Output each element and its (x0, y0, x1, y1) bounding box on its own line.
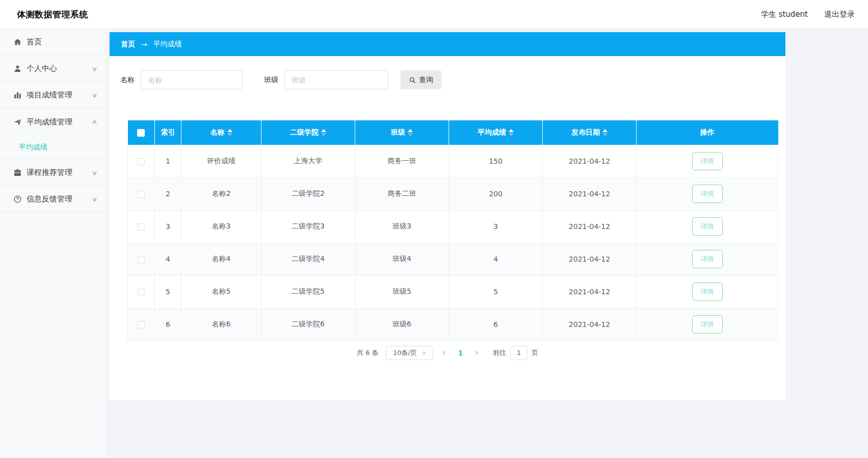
chevron-down-icon: ∨ (91, 196, 97, 203)
prev-page-button[interactable]: ‹ (440, 348, 448, 357)
detail-button[interactable]: 详情 (692, 250, 723, 268)
table-row: 6 名称6 二级学院6 班级6 6 2021-04-12 详情 (128, 308, 778, 341)
column-header-class[interactable]: 班级 (355, 120, 449, 145)
breadcrumb: 首页 → 平均成绩 (110, 32, 785, 56)
send-icon (13, 117, 22, 126)
sort-carets-icon[interactable] (602, 129, 608, 136)
class-filter-label: 班级 (264, 75, 278, 85)
sidebar-item-personal-center[interactable]: 个人中心 ∨ (0, 56, 106, 82)
total-count-label: 共 6 条 (357, 348, 379, 358)
class-filter-input[interactable] (284, 70, 388, 89)
detail-button[interactable]: 详情 (692, 152, 723, 170)
data-table: 索引 名称 二级学院 班级 平均成绩 发布日期 操作 1 评价成绩 上海大学 商… (127, 120, 778, 341)
select-all-checkbox[interactable] (137, 129, 145, 137)
cell-score: 200 (449, 177, 543, 210)
row-checkbox[interactable] (138, 191, 145, 198)
chevron-down-icon: ∨ (421, 350, 427, 355)
sort-carets-icon[interactable] (509, 129, 514, 136)
search-button-label: 查询 (419, 75, 433, 85)
page-size-select[interactable]: 10条/页 ∨ (386, 346, 433, 360)
row-checkbox[interactable] (138, 256, 145, 263)
current-page-number[interactable]: 1 (455, 349, 466, 357)
cell-date: 2021-04-12 (543, 177, 637, 210)
row-checkbox[interactable] (138, 289, 145, 296)
cell-score: 5 (449, 275, 543, 308)
row-checkbox-cell (128, 210, 155, 243)
chevron-up-icon: ∧ (91, 118, 97, 125)
sidebar-item-label: 个人中心 (27, 64, 92, 73)
cell-class: 商务一班 (355, 145, 449, 177)
sidebar-item-average-score-group[interactable]: 平均成绩管理 ∧ (0, 109, 106, 135)
question-circle-icon (13, 195, 22, 204)
chevron-down-icon: ∨ (91, 92, 97, 99)
cell-name: 名称6 (181, 308, 261, 341)
detail-button[interactable]: 详情 (692, 217, 723, 236)
table-row: 5 名称5 二级学院5 班级5 5 2021-04-12 详情 (128, 275, 778, 308)
page-size-value: 10条/页 (393, 348, 417, 358)
column-header-name[interactable]: 名称 (181, 120, 261, 145)
column-header-college[interactable]: 二级学院 (261, 120, 355, 145)
sort-carets-icon[interactable] (227, 129, 232, 136)
breadcrumb-home[interactable]: 首页 (121, 40, 135, 49)
sidebar-subitem-average-score[interactable]: 平均成绩 (0, 135, 106, 160)
column-header-date[interactable]: 发布日期 (543, 120, 637, 145)
current-user-label: 学生 student (761, 10, 808, 19)
cell-college: 二级学院4 (261, 243, 355, 275)
column-header-score[interactable]: 平均成绩 (449, 120, 543, 145)
name-filter-input[interactable] (141, 70, 243, 89)
cell-date: 2021-04-12 (543, 210, 637, 243)
pagination: 共 6 条 10条/页 ∨ ‹ 1 › 前往 页 (110, 346, 785, 360)
row-checkbox-cell (128, 275, 155, 308)
goto-page-input[interactable] (510, 346, 528, 360)
goto-label: 前往 (493, 348, 506, 358)
sidebar-subitem-label: 平均成绩 (19, 143, 47, 152)
table-row: 2 名称2 二级学院2 商务二班 200 2021-04-12 详情 (128, 177, 778, 210)
sidebar-item-home[interactable]: 首页 (0, 29, 106, 56)
cell-score: 3 (449, 210, 543, 243)
sidebar-item-course-recommend[interactable]: 课程推荐管理 ∨ (0, 160, 106, 186)
cell-college: 二级学院2 (261, 177, 355, 210)
sidebar-item-feedback[interactable]: 信息反馈管理 ∨ (0, 186, 106, 213)
breadcrumb-current: 平均成绩 (153, 40, 182, 49)
cell-score: 6 (449, 308, 543, 341)
search-button[interactable]: 查询 (401, 70, 441, 89)
briefcase-icon (13, 168, 22, 177)
filter-bar: 名称 班级 查询 (110, 56, 785, 89)
cell-date: 2021-04-12 (543, 275, 637, 308)
sidebar-item-label: 项目成绩管理 (27, 90, 92, 100)
cell-college: 二级学院5 (261, 275, 355, 308)
breadcrumb-arrow-icon: → (141, 40, 147, 48)
row-checkbox[interactable] (138, 158, 145, 165)
sidebar: 首页 个人中心 ∨ 项目成绩管理 ∨ 平均成绩管理 ∧ 平均成绩 课程推荐管理 … (0, 29, 107, 458)
row-checkbox-cell (128, 145, 155, 177)
sort-carets-icon[interactable] (408, 129, 413, 136)
row-checkbox-cell (128, 243, 155, 275)
logout-link[interactable]: 退出登录 (824, 10, 855, 19)
content-panel: 首页 → 平均成绩 名称 班级 查询 (110, 32, 785, 400)
column-header-index[interactable]: 索引 (155, 120, 181, 145)
cell-name: 名称5 (181, 275, 261, 308)
cell-date: 2021-04-12 (543, 308, 637, 341)
row-checkbox[interactable] (138, 223, 145, 231)
sidebar-item-project-score[interactable]: 项目成绩管理 ∨ (0, 82, 106, 109)
cell-class: 班级5 (355, 275, 449, 308)
chevron-down-icon: ∨ (91, 169, 97, 176)
detail-button[interactable]: 详情 (692, 315, 723, 334)
cell-name: 名称3 (181, 210, 261, 243)
cell-name: 评价成绩 (181, 145, 261, 177)
user-icon (13, 64, 22, 73)
detail-button[interactable]: 详情 (692, 185, 723, 203)
cell-index: 6 (155, 308, 181, 341)
sidebar-item-label: 平均成绩管理 (27, 117, 92, 127)
next-page-button[interactable]: › (473, 348, 481, 357)
detail-button[interactable]: 详情 (692, 283, 723, 301)
cell-index: 5 (155, 275, 181, 308)
sidebar-item-label: 课程推荐管理 (27, 168, 92, 177)
row-checkbox[interactable] (138, 321, 145, 328)
sidebar-item-label: 信息反馈管理 (27, 194, 92, 204)
table-row: 3 名称3 二级学院3 班级3 3 2021-04-12 详情 (128, 210, 778, 243)
cell-name: 名称4 (181, 243, 261, 275)
table-row: 1 评价成绩 上海大学 商务一班 150 2021-04-12 详情 (128, 145, 778, 177)
column-header-actions: 操作 (637, 120, 778, 145)
sort-carets-icon[interactable] (321, 129, 326, 136)
